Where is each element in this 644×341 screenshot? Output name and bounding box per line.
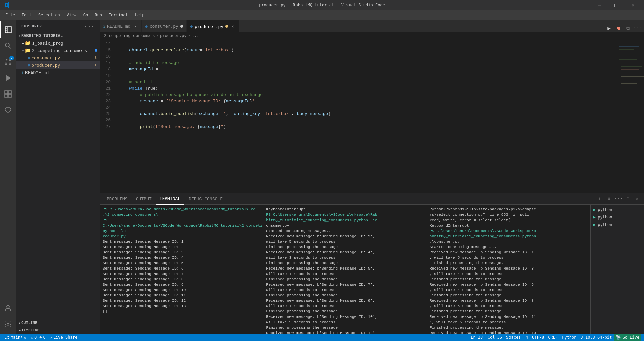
terminal-line: Received new message: b'Sending Message …: [430, 266, 587, 271]
terminal-pane-3[interactable]: Python\Python310\lib\site-packages\pika\…: [427, 205, 590, 334]
outline-section[interactable]: ▶ OUTLINE: [16, 319, 100, 326]
line-num-26: 26: [100, 117, 111, 124]
terminal-line: will take 5 seconds to process: [266, 239, 424, 244]
folder-1basic-label: 1_basic_prog: [32, 41, 63, 46]
terminal-pane-1[interactable]: PS C:\Users\anura\Documents\VSCode_Works…: [100, 205, 263, 334]
tree-root[interactable]: ▾ RABBITMQ_TUTORIAL: [16, 32, 100, 39]
language-label: Python: [562, 335, 576, 340]
terminal-list-item-2[interactable]: ▶ python: [591, 213, 644, 221]
status-problems[interactable]: ⚠ 0 ⊗ 0: [29, 334, 48, 341]
terminal-close-button[interactable]: ✕: [633, 195, 641, 203]
terminal-list-item-1[interactable]: ▶ python: [591, 206, 644, 213]
menu-view[interactable]: View: [64, 11, 79, 19]
activity-bar: 2: [0, 20, 16, 334]
minimize-button[interactable]: ─: [592, 0, 607, 10]
menu-selection[interactable]: Selection: [36, 11, 63, 19]
terminal-line: Sent message: Sending Message ID: 10: [103, 287, 260, 293]
breadcrumb-symbol[interactable]: ...: [192, 33, 199, 38]
activity-run-debug[interactable]: [0, 70, 16, 86]
status-git-branch[interactable]: ⎇ main* ↺: [3, 334, 29, 341]
status-encoding[interactable]: UTF-8: [530, 334, 546, 341]
editor-more-button[interactable]: ···: [633, 24, 641, 32]
menu-run[interactable]: Run: [92, 11, 105, 19]
activity-search[interactable]: [0, 38, 16, 54]
terminal-line: Received new message: b'Sending Message …: [430, 298, 587, 303]
tab-consumer[interactable]: ● consumer.py: [142, 20, 186, 32]
svg-rect-23: [621, 83, 637, 84]
status-position[interactable]: Ln 28, Col 36: [469, 334, 504, 341]
menu-bar: File Edit Selection View Go Run Terminal…: [0, 10, 644, 20]
maximize-button[interactable]: □: [608, 0, 624, 10]
record-button[interactable]: ⏺: [614, 24, 623, 32]
sidebar-item-2competing[interactable]: ▾ 📁 2_competing_consumers: [16, 47, 100, 54]
tab-problems[interactable]: PROBLEMS: [103, 193, 132, 205]
activity-testing[interactable]: [0, 102, 16, 118]
terminal-line: onsumer.py: [266, 223, 424, 228]
status-spaces[interactable]: Spaces: 4: [504, 334, 530, 341]
terminal-line: will take 5 seconds to process: [266, 287, 424, 293]
code-content[interactable]: channel.queue_declare(queue='letterbox')…: [113, 39, 617, 193]
terminal-line: Received new message: b'Sending Message …: [430, 282, 587, 287]
svg-rect-6: [5, 91, 8, 94]
terminal-line: , will take 5 seconds to process: [430, 255, 587, 260]
breadcrumb-file[interactable]: producer.py: [160, 33, 186, 38]
tab-debug-console[interactable]: DEBUG CONSOLE: [184, 193, 227, 205]
tab-producer[interactable]: ● producer.py ✕: [187, 20, 239, 32]
title-bar-left: [3, 2, 10, 8]
customize-layout-button[interactable]: ⧉: [624, 24, 632, 32]
activity-explorer[interactable]: [0, 21, 16, 38]
terminal-line: will take 3 seconds to process: [266, 255, 424, 260]
line-num-17: 17: [100, 60, 111, 66]
terminal-line: Finished processing the message.: [430, 325, 587, 330]
activity-accounts[interactable]: [0, 300, 16, 316]
activity-settings[interactable]: [0, 316, 16, 332]
terminal-item-label-1: python: [598, 207, 612, 212]
folder-icon-2: 📁: [25, 48, 31, 53]
terminal-pane-2[interactable]: KeyboardInterrupt PS C:\Users\anura\Docu…: [263, 205, 427, 334]
sidebar-item-producer[interactable]: ● producer.py U: [16, 61, 100, 69]
producer-modified-dot: [225, 25, 228, 28]
readme-tab-close[interactable]: ✕: [132, 23, 138, 29]
sidebar-item-readme[interactable]: ℹ README.md: [16, 69, 100, 76]
tab-readme[interactable]: ℹ README.md ✕: [100, 20, 142, 32]
terminal-split-button[interactable]: ⌗: [605, 195, 613, 203]
sidebar-more-button[interactable]: ···: [84, 23, 95, 29]
sidebar-item-1basic[interactable]: ▶ 📁 1_basic_prog: [16, 39, 100, 47]
terminal-more-button[interactable]: ···: [614, 195, 623, 203]
menu-go[interactable]: Go: [80, 11, 91, 19]
menu-file[interactable]: File: [3, 11, 18, 19]
terminal-list-item-3[interactable]: ▶ python: [591, 221, 644, 228]
terminal-line: Sent message: Sending Message ID: 7: [103, 271, 260, 277]
status-eol[interactable]: CRLF: [546, 334, 560, 341]
go-live-label: Go Live: [622, 335, 639, 340]
code-editor[interactable]: 14 15 16 17 18 19 20 21 22 23 24 25 26 2…: [100, 39, 644, 193]
timeline-section[interactable]: ▶ TIMELINE: [16, 326, 100, 334]
warning-count: 0: [34, 335, 37, 340]
menu-terminal[interactable]: Terminal: [106, 11, 131, 19]
tab-output[interactable]: OUTPUT: [132, 193, 156, 205]
status-go-live[interactable]: 📡 Go Live: [614, 334, 641, 341]
run-split-button[interactable]: ▶: [605, 24, 613, 32]
activity-extensions[interactable]: [0, 86, 16, 102]
producer-tab-close[interactable]: ✕: [230, 23, 235, 29]
readme-tab-icon: ℹ: [103, 24, 105, 29]
status-language[interactable]: Python: [560, 334, 578, 341]
tab-terminal[interactable]: TERMINAL: [156, 193, 185, 205]
line-num-21: 21: [100, 85, 111, 92]
status-python-version[interactable]: 3.10.8 64-bit: [579, 334, 614, 341]
menu-edit[interactable]: Edit: [19, 11, 34, 19]
root-chevron: ▾: [19, 34, 21, 38]
new-terminal-button[interactable]: +: [596, 195, 604, 203]
terminal-line: KeyboardInterrupt: [266, 207, 424, 212]
status-live-share[interactable]: ↗ Live Share: [48, 334, 79, 341]
sidebar-item-consumer[interactable]: ● consumer.py U: [16, 54, 100, 61]
close-button[interactable]: ✕: [625, 0, 641, 10]
error-icon: ⊗: [39, 335, 42, 340]
breadcrumb-folder[interactable]: 2_competing_consumers: [104, 33, 155, 38]
svg-point-12: [7, 305, 9, 308]
terminal-maximize-button[interactable]: ⌃: [624, 195, 632, 203]
menu-help[interactable]: Help: [132, 11, 147, 19]
consumer-modified-dot: [180, 25, 183, 28]
terminal-line: Finished processing the message.: [430, 293, 587, 298]
activity-source-control[interactable]: 2: [0, 54, 16, 70]
